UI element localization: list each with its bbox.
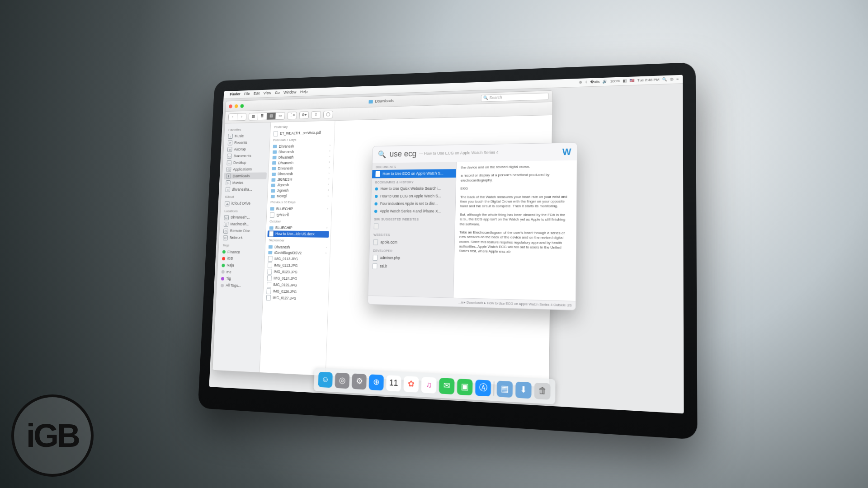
sidebar-tag[interactable]: All Tags...	[217, 282, 263, 290]
dock-app-downloads[interactable]: ⬇	[515, 382, 532, 399]
spotlight-result[interactable]: ssl.h	[369, 262, 454, 272]
file-row[interactable]: BLUECHIP›	[267, 206, 331, 212]
sidebar-item[interactable]: ⊡Dhvanesh'...	[220, 214, 266, 221]
tags-button[interactable]: ◯	[324, 111, 333, 118]
menubar-view[interactable]: View	[264, 91, 271, 96]
share-button[interactable]: ⇪	[311, 112, 321, 118]
sidebar-item[interactable]: ⊡Macintosh...	[220, 221, 266, 228]
sidebar-item[interactable]: ▷Movies	[222, 179, 268, 187]
dock-app-messages[interactable]: ✉	[439, 378, 455, 394]
file-icon	[267, 269, 272, 275]
spotlight-result[interactable]: Four industries Apple is set to disr...	[371, 200, 455, 208]
dock-app-settings[interactable]: ⚙	[352, 373, 367, 389]
spotlight-icon[interactable]: 🔍	[662, 77, 667, 82]
sidebar-item[interactable]: ▭Desktop	[223, 159, 269, 166]
chevron-right-icon: ›	[329, 155, 330, 159]
folder-icon	[271, 178, 275, 182]
dock-app-calendar[interactable]: 11	[386, 375, 401, 391]
spotlight-preview: the device and on the revised digital cr…	[453, 160, 577, 301]
file-row[interactable]: IMG_0127.JPG	[263, 294, 329, 303]
menubar-file[interactable]: File	[244, 92, 250, 97]
dock-app-safari[interactable]: ⊕	[369, 374, 384, 390]
spotlight-query[interactable]: use ecg	[389, 149, 416, 160]
file-row[interactable]: Jignesh›	[268, 182, 333, 188]
minimize-button[interactable]	[235, 104, 238, 108]
dock-app-finder[interactable]: ☺	[318, 372, 333, 388]
sidebar-item-label: Network	[230, 235, 243, 240]
notification-center-icon[interactable]: ≡	[676, 77, 679, 82]
status-icon[interactable]: ⊘	[579, 80, 582, 85]
menubar-window[interactable]: Window	[283, 90, 296, 95]
file-row[interactable]: ગુજરાતી	[267, 211, 331, 218]
dock-app-itunes[interactable]: ♫	[421, 377, 436, 394]
arrange-button[interactable]: ⋮≡	[288, 112, 297, 119]
menubar-go[interactable]: Go	[275, 90, 280, 95]
spotlight-search-bar[interactable]: 🔍 use ecg — How to Use ECG on Apple Watc…	[373, 143, 577, 163]
finder-search[interactable]: 🔍 Search	[481, 93, 549, 102]
sidebar-tag[interactable]: Finance	[218, 249, 265, 256]
menubar-edit[interactable]: Edit	[254, 91, 260, 96]
dock-app-preview[interactable]: ▤	[497, 380, 513, 398]
chevron-right-icon: ›	[330, 144, 331, 148]
spotlight-result-label: How to Use ECG on Apple Watch S...	[380, 194, 441, 199]
igb-badge: iGB	[11, 394, 94, 477]
column-view-button[interactable]: ▥	[267, 113, 276, 119]
close-button[interactable]	[229, 104, 232, 108]
sidebar-item[interactable]: ⌂dhvanesha...	[222, 186, 268, 193]
forward-button[interactable]: ›	[237, 113, 246, 120]
disk-icon: ⊡	[224, 215, 229, 220]
sidebar-item-label: All Tags...	[226, 283, 241, 288]
sidebar-item-icon: ▭	[227, 154, 232, 159]
spotlight-result[interactable]: apple.com	[370, 238, 454, 247]
flag-icon[interactable]: 🇺🇸	[630, 78, 635, 83]
sidebar-item[interactable]: ⒶApplications	[222, 166, 269, 173]
disk-icon: ⊡	[223, 235, 228, 240]
sidebar-item[interactable]: ⬇Downloads	[224, 173, 267, 180]
menubar-clock[interactable]: Tue 2:46 PM	[637, 77, 660, 83]
list-view-button[interactable]: ≣	[258, 113, 267, 120]
dock-app-trash[interactable]: 🗑	[534, 383, 551, 400]
zoom-button[interactable]	[240, 104, 244, 108]
icon-view-button[interactable]: ▦	[249, 113, 258, 120]
back-button[interactable]: ‹	[229, 114, 238, 121]
tag-dot-icon	[221, 284, 224, 287]
spotlight-result-label: How to Use ECG on Apple Watch S...	[382, 171, 443, 176]
folder-icon	[271, 189, 275, 192]
bluetooth-icon[interactable]: ᚼ	[585, 80, 587, 85]
sidebar-item[interactable]: ☁iCloud Drive	[221, 200, 267, 207]
folder-icon	[270, 207, 274, 211]
battery-icon[interactable]: ▮▯	[623, 79, 627, 84]
dock-app-appstore[interactable]: Ⓐ	[475, 380, 491, 396]
siri-icon[interactable]: ◎	[670, 77, 674, 82]
dock-app-photos[interactable]: ✿	[403, 376, 419, 393]
file-name: Dhvanesh	[278, 150, 294, 155]
dock-app-facetime[interactable]: ▣	[457, 379, 473, 395]
gallery-view-button[interactable]: ▭	[276, 113, 285, 119]
spotlight-result[interactable]: How to Use ECG on Apple Watch S...	[371, 192, 455, 200]
sidebar-locations-header: Locations	[221, 207, 267, 214]
sidebar-item-label: Downloads	[232, 174, 250, 178]
spotlight-result[interactable]: How to Use ECG on Apple Watch S...	[372, 169, 456, 178]
spotlight-result[interactable]	[370, 222, 455, 231]
file-row[interactable]: Jignesh›	[268, 188, 332, 193]
tag-dot-icon	[221, 277, 224, 281]
dock-app-launchpad[interactable]: ◎	[335, 373, 349, 389]
volume-icon[interactable]: 🔊	[603, 79, 608, 84]
sidebar-item[interactable]: ⊚AirDrop	[223, 145, 269, 153]
spotlight-result[interactable]: Apple Watch Series 4 and iPhone X...	[371, 208, 455, 216]
file-row[interactable]: How to Use...ide US.docx	[267, 230, 329, 238]
file-name: Dhvanesh	[274, 244, 290, 249]
file-row[interactable]: BLUECHIP›	[266, 225, 331, 231]
spotlight-result-label: Apple Watch Series 4 and iPhone X...	[380, 209, 441, 214]
action-button[interactable]: ⚙▾	[299, 112, 308, 118]
spotlight-result[interactable]: How to Use Quick Website Search i...	[372, 185, 456, 193]
file-row[interactable]: JIGNESH›	[268, 176, 333, 182]
sidebar-item[interactable]: ⊡Network	[219, 235, 266, 242]
file-icon	[269, 231, 274, 236]
sidebar-item[interactable]: ▭Documents	[223, 152, 269, 160]
wifi-icon[interactable]: �ults	[590, 80, 599, 84]
menubar-app[interactable]: Finder	[230, 92, 241, 97]
sidebar-item[interactable]: ⊡Remote Disc	[219, 228, 266, 235]
file-row[interactable]: Mowgli›	[268, 193, 332, 199]
menubar-help[interactable]: Help	[300, 89, 308, 94]
